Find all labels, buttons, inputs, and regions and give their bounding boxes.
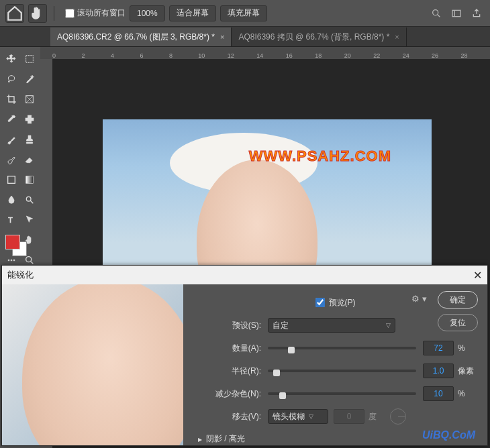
foreground-color-swatch[interactable] bbox=[5, 235, 20, 249]
magic-wand-tool[interactable] bbox=[21, 71, 38, 87]
controls-pane: ⚙ ▾ 确定 复位 预览(P) 预设(S): 自定▽ 数量(A): 72 % bbox=[183, 284, 487, 445]
svg-rect-12 bbox=[26, 176, 33, 184]
svg-point-17 bbox=[11, 260, 12, 261]
gear-icon[interactable]: ⚙ ▾ bbox=[411, 294, 427, 304]
amount-label: 数量(A): bbox=[195, 343, 268, 354]
heal-tool[interactable] bbox=[21, 111, 38, 127]
close-icon[interactable]: × bbox=[220, 33, 224, 41]
radius-label: 半径(R): bbox=[195, 366, 268, 377]
amount-input[interactable]: 72 bbox=[423, 341, 454, 355]
watermark-text: WWW.PSAHZ.COM bbox=[249, 148, 391, 165]
close-icon[interactable]: ✕ bbox=[473, 269, 482, 282]
radius-input[interactable]: 1.0 bbox=[423, 363, 454, 378]
document-image: WWW.PSAHZ.COM bbox=[103, 119, 432, 274]
dialog-titlebar[interactable]: 能锐化 ✕ bbox=[2, 266, 487, 284]
preview-checkbox[interactable] bbox=[315, 298, 325, 307]
hand-tool-indicator[interactable] bbox=[28, 4, 47, 23]
gradient-tool[interactable] bbox=[21, 172, 38, 188]
svg-point-19 bbox=[26, 257, 31, 262]
svg-point-16 bbox=[8, 260, 9, 261]
type-tool[interactable]: T bbox=[3, 212, 19, 228]
lasso-tool[interactable] bbox=[3, 71, 19, 87]
svg-rect-10 bbox=[28, 121, 31, 123]
svg-rect-9 bbox=[26, 118, 34, 121]
amount-unit: % bbox=[454, 343, 475, 353]
svg-point-13 bbox=[26, 197, 31, 201]
eraser-tool[interactable] bbox=[21, 152, 38, 168]
chevron-right-icon: ▸ bbox=[198, 435, 202, 444]
svg-point-18 bbox=[13, 260, 15, 261]
svg-point-0 bbox=[433, 9, 438, 15]
noise-input[interactable]: 10 bbox=[423, 386, 454, 401]
svg-rect-2 bbox=[452, 10, 460, 16]
preview-label: 预览(P) bbox=[329, 297, 356, 309]
zoom-level-button[interactable]: 100% bbox=[130, 5, 165, 21]
horizontal-ruler: 0246810121416182022242628 bbox=[40, 47, 490, 59]
document-tabbar: AQ8I6396.CR2 @ 66.7% (图层 3, RGB/8*) * × … bbox=[0, 27, 490, 47]
history-brush-tool[interactable] bbox=[3, 152, 19, 168]
noise-label: 减少杂色(N): bbox=[195, 388, 268, 400]
divider bbox=[54, 6, 54, 21]
noise-slider[interactable] bbox=[268, 392, 416, 395]
svg-line-20 bbox=[31, 262, 33, 264]
footer-watermark: UiBQ.CoM bbox=[422, 429, 475, 441]
home-button[interactable] bbox=[5, 4, 24, 23]
angle-input: 0 bbox=[334, 409, 364, 424]
angle-unit: 度 bbox=[364, 411, 386, 423]
panel-icon[interactable] bbox=[448, 5, 464, 21]
search-icon[interactable] bbox=[428, 5, 444, 21]
preset-label: 预设(S): bbox=[195, 320, 268, 331]
radius-unit: 像素 bbox=[454, 366, 475, 377]
blur-tool[interactable] bbox=[3, 192, 19, 208]
preview-pane[interactable] bbox=[2, 284, 183, 445]
remove-select[interactable]: 镜头模糊▽ bbox=[268, 409, 328, 424]
move-tool[interactable] bbox=[3, 51, 19, 67]
radius-slider[interactable] bbox=[268, 370, 416, 372]
ok-button[interactable]: 确定 bbox=[438, 291, 478, 309]
document-tab-active[interactable]: AQ8I6396.CR2 @ 66.7% (图层 3, RGB/8*) * × bbox=[50, 27, 232, 46]
noise-unit: % bbox=[454, 389, 475, 398]
tab-label: AQ8I6396 拷贝 @ 66.7% (背景, RGB/8*) * bbox=[238, 32, 389, 43]
tab-label: AQ8I6396.CR2 @ 66.7% (图层 3, RGB/8*) * bbox=[57, 32, 215, 43]
preview-face bbox=[22, 284, 183, 445]
close-icon[interactable]: × bbox=[395, 33, 399, 41]
options-bar: 滚动所有窗口 100% 适合屏幕 填充屏幕 bbox=[0, 0, 490, 27]
document-tab-inactive[interactable]: AQ8I6396 拷贝 @ 66.7% (背景, RGB/8*) * × bbox=[232, 27, 406, 46]
sharpen-dialog: 能锐化 ✕ ⚙ ▾ 确定 复位 预览(P) 预设(S): 自定▽ bbox=[1, 265, 488, 446]
dialog-title: 能锐化 bbox=[7, 269, 34, 281]
eyedropper-tool[interactable] bbox=[3, 111, 19, 127]
path-select-tool[interactable] bbox=[21, 212, 38, 228]
amount-slider[interactable] bbox=[268, 347, 416, 349]
svg-line-1 bbox=[438, 15, 440, 17]
svg-rect-4 bbox=[26, 56, 33, 63]
frame-tool[interactable] bbox=[21, 91, 38, 107]
preset-select[interactable]: 自定▽ bbox=[268, 318, 395, 333]
shape-tool[interactable] bbox=[3, 172, 19, 188]
svg-text:T: T bbox=[8, 216, 13, 224]
fit-screen-button[interactable]: 适合屏幕 bbox=[169, 5, 216, 21]
reset-button[interactable]: 复位 bbox=[438, 314, 478, 331]
scroll-all-windows-label: 滚动所有窗口 bbox=[77, 7, 126, 19]
crop-tool[interactable] bbox=[3, 91, 19, 107]
share-icon[interactable] bbox=[469, 5, 485, 21]
svg-line-14 bbox=[30, 201, 33, 203]
stamp-tool[interactable] bbox=[21, 131, 38, 148]
angle-dial[interactable] bbox=[390, 408, 406, 425]
brush-tool[interactable] bbox=[3, 131, 19, 148]
svg-rect-8 bbox=[28, 115, 31, 118]
svg-rect-11 bbox=[7, 176, 15, 184]
marquee-tool[interactable] bbox=[21, 51, 38, 67]
remove-label: 移去(V): bbox=[195, 411, 268, 423]
scroll-all-windows-checkbox[interactable]: 滚动所有窗口 bbox=[65, 7, 126, 19]
fill-screen-button[interactable]: 填充屏幕 bbox=[220, 5, 267, 21]
dodge-tool[interactable] bbox=[21, 192, 38, 208]
